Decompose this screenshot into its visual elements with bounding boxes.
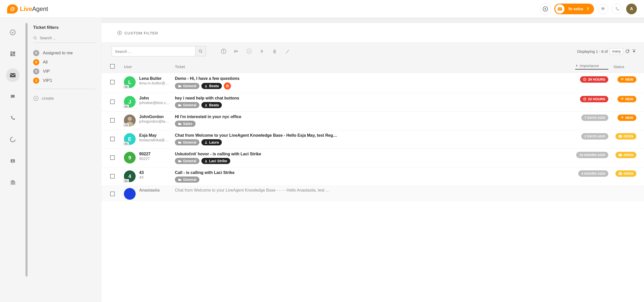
ticket-list: L SK Lena Butler lena.m.butler@… Demo - … xyxy=(101,73,644,302)
ticket-row[interactable]: L SK Lena Butler lena.m.butler@… Demo - … xyxy=(101,73,644,93)
info-icon[interactable] xyxy=(221,48,226,54)
column-importance[interactable]: Importance xyxy=(575,64,608,70)
to-solve-button[interactable]: To solve 7 xyxy=(554,4,594,14)
row-checkbox[interactable] xyxy=(110,118,115,123)
phone-icon xyxy=(10,116,15,121)
brand-logo[interactable]: @ LiveAgent xyxy=(7,4,48,14)
ticket-row[interactable]: Anastasiia Chat from Welcome to your Liv… xyxy=(101,186,644,200)
ticket-row[interactable]: J SK John johndoe@test.c… hey i need hel… xyxy=(101,93,644,111)
row-checkbox[interactable] xyxy=(110,137,115,141)
svg-rect-5 xyxy=(10,52,12,53)
rail-knowledge[interactable] xyxy=(6,175,20,189)
column-status[interactable]: Status xyxy=(613,65,636,69)
ticket-row[interactable]: 9 90227 90227 Uskutočniť hovor - is call… xyxy=(101,149,644,167)
svg-point-35 xyxy=(205,141,207,142)
ticket-row[interactable]: E SK Esja May testauralinka@… Chat from … xyxy=(101,130,644,149)
filter-label: VIP xyxy=(43,69,50,74)
country-flag-icon: SK xyxy=(123,142,129,145)
loading-icon xyxy=(10,137,16,142)
rail-chats[interactable] xyxy=(6,90,20,104)
svg-point-24 xyxy=(223,50,224,51)
column-header-row: User Ticket Importance Status xyxy=(101,60,644,73)
user-avatar[interactable]: A xyxy=(626,4,637,14)
filters-title: Ticket filters xyxy=(33,25,96,30)
status-pill: OPEN xyxy=(615,170,636,177)
country-flag-icon: SK xyxy=(123,105,129,108)
rail-dashboard[interactable] xyxy=(6,26,20,39)
to-solve-label: To solve xyxy=(568,7,583,11)
user-name: JohnGordon xyxy=(139,115,175,119)
library-icon xyxy=(10,180,16,185)
filter-item[interactable]: 0 VIP xyxy=(33,67,96,76)
search-icon xyxy=(199,49,203,53)
user-name: Lena Butler xyxy=(139,76,175,81)
column-ticket[interactable]: Ticket xyxy=(175,65,575,69)
importance-pill: 4 HOURS AGO xyxy=(578,170,608,177)
svg-rect-36 xyxy=(619,135,622,137)
user-email: 90227 xyxy=(139,156,175,161)
row-checkbox[interactable] xyxy=(110,174,115,179)
plus-circle-icon xyxy=(543,6,548,12)
row-avatar: 4 SK xyxy=(124,170,139,182)
filters-divider xyxy=(33,89,96,89)
user-name: John xyxy=(139,96,175,100)
forward-icon[interactable] xyxy=(234,48,239,54)
status-pill: NEW xyxy=(617,96,637,102)
rail-tickets[interactable] xyxy=(6,68,20,82)
to-solve-envelope-icon xyxy=(555,4,564,14)
agent-tag: Beata xyxy=(201,102,222,108)
flame-icon[interactable] xyxy=(259,48,265,54)
add-button[interactable] xyxy=(540,4,551,14)
filters-search[interactable] xyxy=(33,34,96,43)
filter-item[interactable]: 3 VIP1 xyxy=(33,76,96,85)
search-icon xyxy=(33,36,37,40)
collapse-up-icon[interactable] xyxy=(632,49,636,54)
row-checkbox[interactable] xyxy=(110,99,115,104)
department-tag: General xyxy=(175,177,199,183)
column-user[interactable]: User xyxy=(124,65,175,69)
custom-filter-button[interactable]: CUSTOM FILTER xyxy=(101,23,644,43)
row-checkbox[interactable] xyxy=(110,192,115,196)
svg-point-20 xyxy=(199,50,201,52)
resolve-icon[interactable] xyxy=(246,48,252,54)
main-pane: CUSTOM FILTER Disp xyxy=(101,18,644,302)
status-pill: OPEN xyxy=(615,133,636,140)
country-flag-icon: US xyxy=(123,123,129,127)
to-solve-count: 7 xyxy=(587,7,589,11)
select-all-checkbox[interactable] xyxy=(110,64,115,69)
phone-icon xyxy=(615,7,620,11)
row-checkbox[interactable] xyxy=(110,80,115,84)
call-header-button[interactable] xyxy=(612,4,623,14)
importance-pill: 2 DAYS AGO xyxy=(581,133,608,140)
filters-create[interactable]: create xyxy=(33,96,96,101)
check-circle-icon xyxy=(10,29,16,35)
filters-search-input[interactable] xyxy=(40,36,96,40)
rail-reports[interactable] xyxy=(6,133,20,146)
tickets-search-button[interactable] xyxy=(195,46,206,56)
ticket-row[interactable]: 4 SK 43 43 Call - is calling with Laci S… xyxy=(101,167,644,186)
user-email: lena.m.butler@… xyxy=(139,81,175,85)
rail-calls[interactable] xyxy=(6,111,20,125)
svg-point-12 xyxy=(34,36,36,39)
filter-item[interactable]: 0 Assigned to me xyxy=(33,48,96,58)
rail-scrollbar[interactable] xyxy=(25,23,28,276)
user-email: testauralinka@… xyxy=(139,138,175,142)
filter-item[interactable]: 6 All xyxy=(33,58,96,67)
row-avatar: J SK xyxy=(124,96,139,108)
refresh-icon[interactable] xyxy=(625,49,630,54)
country-flag-icon: SK xyxy=(123,85,129,89)
user-name: Esja May xyxy=(139,133,175,138)
row-avatar: US xyxy=(124,115,139,126)
trash-icon[interactable] xyxy=(272,48,277,54)
rail-customers[interactable] xyxy=(6,154,20,168)
displaying-many[interactable]: many xyxy=(610,48,623,54)
chat-header-button[interactable] xyxy=(598,4,608,14)
filter-label: VIP1 xyxy=(43,78,52,83)
ticket-row[interactable]: US JohnGordon johngordon@la… HI I'm inte… xyxy=(101,111,644,130)
tickets-search-input[interactable] xyxy=(112,46,195,56)
user-name: Anastasiia xyxy=(139,188,175,193)
wand-icon[interactable] xyxy=(285,48,290,54)
rail-grid[interactable] xyxy=(6,47,20,61)
importance-pill: 23 HOURS AGO xyxy=(576,152,608,158)
row-checkbox[interactable] xyxy=(110,155,115,160)
